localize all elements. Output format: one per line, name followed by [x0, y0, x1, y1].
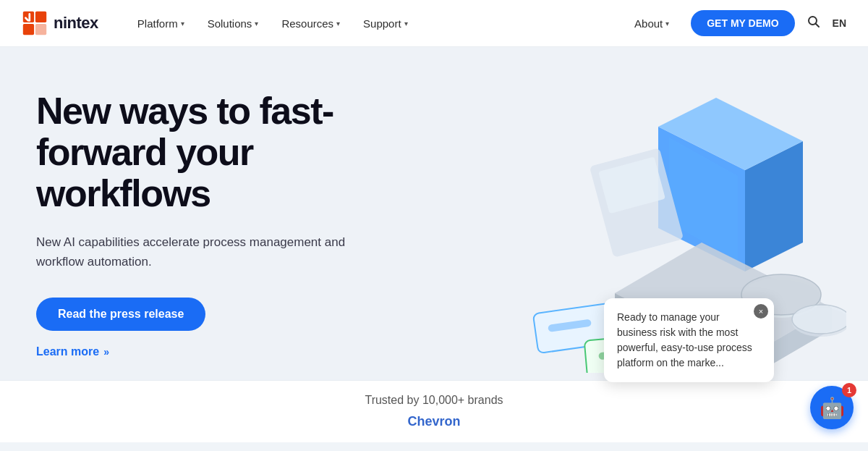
language-selector[interactable]: EN: [833, 17, 846, 29]
chevron-down-icon: ▾: [181, 20, 184, 28]
search-icon[interactable]: [807, 14, 821, 33]
nav-item-resources[interactable]: Resources ▾: [271, 12, 350, 35]
brand-logos: Chevron: [36, 414, 832, 429]
logo-text: nintex: [54, 14, 98, 33]
nav-links: Platform ▾ Solutions ▾ Resources ▾ Suppo…: [127, 12, 624, 35]
learn-more-link[interactable]: Learn more »: [36, 345, 412, 358]
chevron-down-icon: ▾: [665, 20, 669, 28]
hero-content: New ways to fast-forward your workflows …: [36, 90, 412, 358]
trusted-label: Trusted by 10,000+ brands: [36, 394, 832, 407]
svg-rect-3: [35, 24, 46, 35]
chatbot-avatar-button[interactable]: 🤖 1: [810, 386, 854, 429]
navigation: nintex Platform ▾ Solutions ▾ Resources …: [0, 0, 868, 47]
svg-rect-2: [23, 24, 34, 35]
chevrons-icon: »: [103, 346, 109, 358]
svg-line-7: [815, 23, 819, 27]
trusted-section: Trusted by 10,000+ brands Chevron: [0, 380, 868, 442]
nav-item-solutions[interactable]: Solutions ▾: [197, 12, 269, 35]
svg-rect-1: [35, 12, 46, 22]
chatbot-badge: 1: [842, 383, 856, 397]
hero-title: New ways to fast-forward your workflows: [36, 90, 412, 215]
logo[interactable]: nintex: [22, 10, 98, 36]
nav-right: About ▾ GET MY DEMO EN: [624, 10, 846, 36]
chevron-down-icon: ▾: [404, 20, 408, 28]
nav-item-platform[interactable]: Platform ▾: [127, 12, 195, 35]
svg-point-25: [792, 305, 846, 334]
brand-chevron: Chevron: [407, 414, 460, 429]
nav-item-support[interactable]: Support ▾: [353, 12, 418, 35]
nav-item-about[interactable]: About ▾: [624, 12, 679, 35]
chevron-down-icon: ▾: [255, 20, 258, 28]
chatbot-message: Ready to manage your business risk with …: [617, 310, 761, 371]
chatbot-close-button[interactable]: ×: [754, 304, 768, 319]
chatbot-popup: × Ready to manage your business risk wit…: [604, 298, 774, 382]
get-demo-button[interactable]: GET MY DEMO: [691, 10, 794, 36]
hero-subtitle: New AI capabilities accelerate process m…: [36, 232, 369, 271]
press-release-button[interactable]: Read the press release: [36, 298, 205, 331]
chatbot-icon: 🤖: [820, 396, 845, 420]
chevron-down-icon: ▾: [336, 20, 340, 28]
